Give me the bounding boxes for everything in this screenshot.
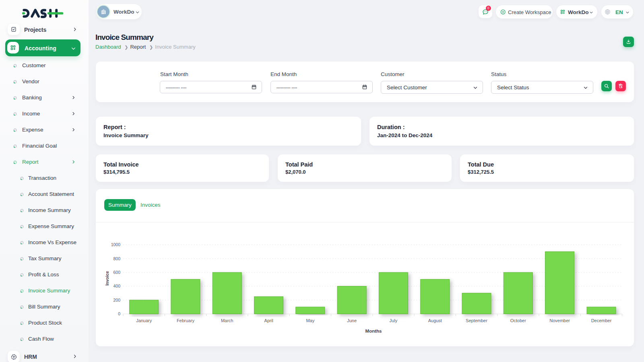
svg-text:1000: 1000 (111, 242, 121, 247)
svg-text:March: March (221, 318, 233, 323)
svg-text:Invoice: Invoice (105, 271, 109, 286)
svg-text:Months: Months (365, 329, 382, 333)
svg-text:June: June (347, 318, 357, 323)
svg-text:August: August (428, 318, 442, 323)
svg-text:200: 200 (113, 298, 120, 302)
svg-text:600: 600 (113, 270, 120, 275)
svg-text:February: February (177, 318, 195, 323)
svg-text:July: July (390, 318, 398, 323)
svg-text:December: December (591, 318, 612, 323)
svg-text:November: November (549, 318, 570, 323)
svg-text:400: 400 (113, 284, 120, 288)
svg-text:January: January (136, 318, 152, 323)
svg-text:800: 800 (113, 256, 120, 261)
svg-text:May: May (306, 318, 314, 323)
svg-text:April: April (264, 318, 273, 323)
svg-text:October: October (510, 318, 526, 323)
svg-text:September: September (466, 318, 487, 323)
svg-text:0: 0 (118, 311, 120, 316)
